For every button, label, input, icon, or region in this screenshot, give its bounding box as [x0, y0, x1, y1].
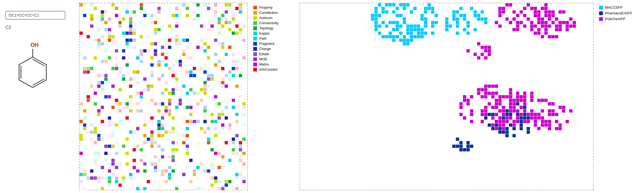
right-legend-label: PubChemFP	[605, 17, 625, 21]
right-canvas	[300, 3, 594, 191]
legend-label: Connectivity	[259, 21, 279, 25]
legend-item-property: Property	[253, 5, 294, 10]
smiles-input[interactable]	[5, 11, 65, 20]
legend-swatch	[253, 6, 257, 10]
legend-label: Charge	[259, 47, 271, 51]
legend-label: Topology	[259, 26, 273, 30]
legend-swatch	[253, 68, 257, 71]
legend-label: Matrix	[259, 62, 269, 66]
legend-label: Autocorr	[259, 16, 273, 20]
legend-swatch	[253, 42, 257, 46]
right-legend-swatch	[599, 11, 603, 15]
legend-label: Kappa	[259, 31, 270, 35]
legend-item-estate: Estate	[253, 52, 294, 56]
legend-swatch	[253, 57, 257, 61]
legend-panel: PropertyConstitutionAutocorrConnectivity…	[251, 3, 297, 95]
molecule-area: OH	[5, 41, 60, 102]
legend-label: MOE	[259, 57, 267, 61]
svg-text:OH: OH	[30, 42, 39, 48]
legend-label: Constitution	[259, 11, 278, 15]
legend-item-topology: Topology	[253, 26, 294, 30]
legend-label: InfoContent	[259, 67, 277, 71]
legend-swatch	[253, 63, 257, 66]
legend-label: Path	[259, 36, 267, 41]
legend-item-autocorr: Autocorr	[253, 16, 294, 20]
right-chart	[300, 3, 594, 190]
legend-item-matrix: Matrix	[253, 62, 294, 66]
legend-label: Fragment	[259, 42, 274, 46]
legend-item-fragment: Fragment	[253, 42, 294, 46]
right-legend-item-maccsfp: MACCSFP	[599, 5, 640, 10]
left-panel: C2 OH	[0, 0, 76, 193]
legend-swatch	[253, 21, 257, 25]
right-legend-item-pharmacoergfp: PharmacoErGFP	[599, 11, 640, 15]
svg-marker-0	[19, 57, 46, 88]
legend-item-moe: MOE	[253, 57, 294, 61]
legend-swatch	[253, 16, 257, 20]
middle-canvas	[80, 3, 248, 191]
legend-item-constitution: Constitution	[253, 11, 294, 15]
legend-swatch	[253, 26, 257, 30]
mol-label: C2	[5, 25, 11, 30]
legend-swatch	[253, 47, 257, 51]
right-legend-swatch	[599, 17, 603, 21]
legend-swatch	[253, 52, 257, 56]
legend-item-kappa: Kappa	[253, 31, 294, 35]
legend-swatch	[253, 32, 257, 35]
legend-label: Property	[259, 5, 273, 10]
legend-label: Estate	[259, 52, 269, 56]
right-legend-swatch	[599, 6, 603, 10]
legend-item-infocontent: InfoContent	[253, 67, 294, 71]
legend-swatch	[253, 37, 257, 41]
legend-item-connectivity: Connectivity	[253, 21, 294, 25]
middle-chart	[79, 3, 248, 190]
legend-item-path: Path	[253, 36, 294, 41]
right-legend-label: PharmacoErGFP	[605, 11, 632, 15]
legend-swatch	[253, 11, 257, 15]
legend-item-charge: Charge	[253, 47, 294, 51]
right-legend-label: MACCSFP	[605, 5, 622, 10]
right-legend-panel: MACCSFPPharmacoErGFPPubChemFP	[596, 3, 643, 35]
right-legend-item-pubchemfp: PubChemFP	[599, 17, 640, 21]
